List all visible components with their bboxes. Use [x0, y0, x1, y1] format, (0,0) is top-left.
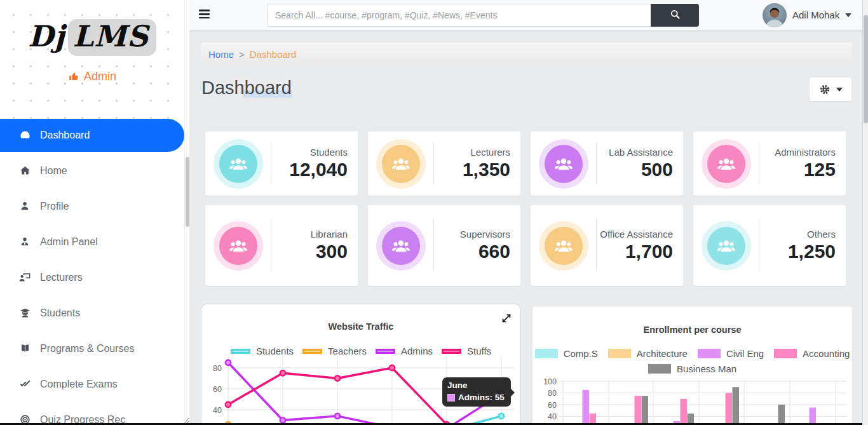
- legend-item-civil-eng[interactable]: Civil Eng: [698, 348, 764, 359]
- stat-value: 12,040: [271, 159, 348, 180]
- sidebar-scrollbar[interactable]: [184, 0, 189, 425]
- legend-item-architecture[interactable]: Architecture: [608, 348, 688, 359]
- stat-card-supervisors: Supervisors660: [368, 205, 520, 286]
- stat-text: Administrators125: [759, 147, 846, 181]
- stat-label: Lecturers: [434, 147, 510, 159]
- sidebar-item-lecturers[interactable]: Lecturers: [0, 260, 184, 295]
- y-tick-label: 80: [213, 364, 222, 373]
- data-point-admins: [335, 414, 340, 419]
- stat-card-others: Others1,250: [693, 205, 846, 286]
- stat-text: Librarian300: [271, 229, 358, 263]
- stat-label: Administrators: [759, 147, 836, 159]
- legend-item-accounting[interactable]: Accounting: [774, 348, 850, 359]
- website-traffic-card: Website Traffic StudentsTeachersAdminsSt…: [201, 304, 521, 425]
- tooltip-title: June: [447, 381, 505, 390]
- sidebar-item-students[interactable]: Students: [0, 295, 184, 331]
- sidebar-item-profile[interactable]: Profile: [0, 189, 184, 224]
- legend-label: Accounting: [803, 348, 850, 359]
- user-name[interactable]: Adil Mohak: [792, 10, 839, 20]
- admin-role-link[interactable]: Admin: [0, 70, 184, 83]
- y-tick-label: 80: [548, 389, 557, 398]
- y-tick-label: 40: [213, 406, 222, 415]
- bar-civil-eng: [583, 390, 590, 425]
- search-button[interactable]: [651, 4, 699, 27]
- stat-value: 1,700: [597, 241, 673, 262]
- logo-dj: Dj: [28, 19, 65, 53]
- bar-chart-legend-row-2: Business Man: [532, 363, 852, 374]
- user-avatar[interactable]: [763, 3, 787, 27]
- user-caret-down-icon[interactable]: [845, 13, 851, 17]
- sidebar-item-label: Dashboard: [40, 130, 90, 141]
- sidebar-item-dashboard[interactable]: Dashboard: [0, 119, 184, 152]
- sidebar-item-quiz-progress-rec[interactable]: Quiz Progress Rec: [0, 402, 184, 425]
- data-point-stuffs: [280, 370, 285, 375]
- stat-text: Lecturers1,350: [434, 147, 520, 181]
- check-double-icon: [19, 378, 32, 391]
- search-icon: [669, 8, 681, 20]
- breadcrumb-home-link[interactable]: Home: [208, 49, 234, 60]
- users-icon: [545, 145, 583, 183]
- legend-swatch: [302, 349, 322, 354]
- data-point-admins: [226, 360, 231, 365]
- page-scrollbar[interactable]: [862, 0, 868, 425]
- legend-label: Comp.S: [564, 348, 598, 359]
- sidebar-scrollbar-thumb[interactable]: [186, 157, 189, 227]
- users-icon: [219, 227, 257, 265]
- stat-text: Others1,250: [759, 229, 846, 263]
- stat-value: 500: [597, 159, 673, 180]
- user-icon: [19, 200, 32, 213]
- y-tick-label: 60: [213, 385, 222, 394]
- hamburger-menu-icon[interactable]: [199, 10, 210, 21]
- enrollment-card: Enrollment per course Comp.SArchitecture…: [532, 307, 852, 425]
- data-point-stuffs: [226, 402, 231, 407]
- stat-label: Lab Assistance: [597, 147, 673, 159]
- breadcrumb: Home > Dashboard: [201, 43, 852, 65]
- legend-item-business-man[interactable]: Business Man: [648, 363, 736, 374]
- users-icon: [545, 227, 583, 265]
- bar-civil-eng: [810, 408, 817, 425]
- sidebar-item-programs-courses[interactable]: Programs & Courses: [0, 331, 184, 367]
- bar-accounting: [635, 396, 642, 425]
- stat-value: 660: [434, 241, 510, 262]
- stat-card-office-assistance: Office Assistance1,700: [531, 205, 683, 286]
- page-scrollbar-thumb[interactable]: [864, 15, 868, 123]
- resize-grip-icon[interactable]: [183, 415, 189, 423]
- sidebar-item-label: Profile: [40, 201, 69, 212]
- stat-label: Others: [759, 229, 836, 241]
- bar-business-man: [642, 396, 649, 425]
- search-input[interactable]: [267, 4, 651, 27]
- stat-value: 300: [271, 241, 348, 262]
- stats-row-2: Librarian300Supervisors660Office Assista…: [205, 205, 846, 286]
- stat-card-administrators: Administrators125: [693, 132, 846, 196]
- settings-dropdown-button[interactable]: [810, 78, 851, 101]
- y-tick-label: 60: [548, 401, 557, 410]
- legend-swatch: [231, 349, 250, 354]
- legend-item-comp-s[interactable]: Comp.S: [535, 348, 598, 359]
- bar-chart-title: Enrollment per course: [532, 325, 852, 335]
- sidebar-item-home[interactable]: Home: [0, 153, 184, 189]
- sidebar-nav: DashboardHomeProfileAdmin PanelLecturers…: [0, 119, 184, 425]
- stat-text: Office Assistance1,700: [597, 229, 683, 263]
- line-chart-title: Website Traffic: [201, 321, 520, 332]
- bar-chart-legend-row-1: Comp.SArchitectureCivil EngAccounting: [532, 348, 852, 359]
- stat-card-students: Students12,040: [205, 132, 358, 196]
- app-logo[interactable]: DjLMS: [0, 19, 184, 53]
- gear-icon: [819, 84, 831, 95]
- stat-card-librarian: Librarian300: [205, 205, 358, 286]
- stat-text: Supervisors660: [434, 229, 520, 263]
- stat-card-lecturers: Lecturers1,350: [368, 132, 520, 196]
- data-point-admins: [280, 417, 285, 422]
- legend-label: Architecture: [637, 348, 688, 359]
- stat-label: Supervisors: [434, 229, 510, 241]
- page-title: Dashboard: [201, 78, 292, 98]
- sidebar-item-complete-exams[interactable]: Complete Exams: [0, 367, 184, 402]
- stat-card-lab-assistance: Lab Assistance500: [531, 132, 683, 196]
- bar-business-man: [778, 405, 785, 425]
- users-icon: [707, 145, 745, 183]
- legend-swatch: [376, 349, 395, 354]
- stat-label: Office Assistance: [597, 229, 673, 241]
- expand-icon[interactable]: [500, 312, 513, 325]
- sidebar-item-admin-panel[interactable]: Admin Panel: [0, 224, 184, 260]
- stat-value: 125: [759, 159, 836, 180]
- bar-accounting: [681, 399, 688, 425]
